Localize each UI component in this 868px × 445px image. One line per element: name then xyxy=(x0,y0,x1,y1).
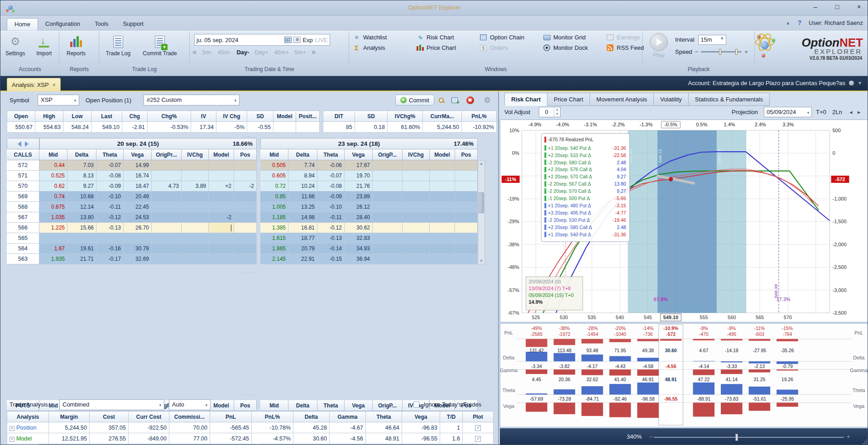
col-header[interactable]: Vega xyxy=(402,412,440,422)
cell-theta[interactable]: -0.07 xyxy=(96,160,124,171)
expand-icon[interactable]: + xyxy=(10,426,14,431)
cell-ivchg[interactable] xyxy=(403,244,430,254)
window-item-monitor-grid[interactable]: Monitor Grid xyxy=(543,34,596,41)
cell-origpr[interactable] xyxy=(152,254,182,264)
cell-delta[interactable]: 13.80 xyxy=(67,212,96,223)
col-header[interactable]: T/D xyxy=(440,412,463,422)
cell[interactable]: 45.28 xyxy=(293,422,330,433)
projection-lines-label[interactable]: 2Ln xyxy=(832,109,842,115)
tab-statistics-fundamentals[interactable]: Statistics & Fundamentals xyxy=(689,93,770,106)
cell-origpr[interactable] xyxy=(373,212,403,223)
cell-vega[interactable]: 26.12 xyxy=(345,202,373,212)
cell-vega[interactable]: 21.76 xyxy=(345,181,373,191)
cell-mid[interactable]: 0.505 xyxy=(260,160,288,171)
cell[interactable]: 5,244.50 xyxy=(423,122,462,133)
cell-ivchg[interactable] xyxy=(403,223,430,233)
cell-mid[interactable]: 0.72 xyxy=(260,181,288,191)
cell-model[interactable] xyxy=(209,160,234,171)
cell-theta[interactable]: -0.15 xyxy=(317,254,345,264)
col-header[interactable]: Pos xyxy=(234,149,257,160)
col-header[interactable]: Cost xyxy=(90,412,129,422)
chain-row-570[interactable]: 5700.629.27-0.0918.474.733.89+2-20.7210.… xyxy=(7,181,504,191)
import-button[interactable]: ↓ Import xyxy=(32,33,57,63)
cell-mid[interactable]: 1.865 xyxy=(260,244,288,254)
cell-pos[interactable] xyxy=(234,202,257,212)
trading-date-value[interactable]: ju. 05 sep. 2024 xyxy=(197,37,284,43)
cell-mid[interactable]: 2.145 xyxy=(260,254,288,264)
cell[interactable]: -10.92% xyxy=(462,122,497,133)
cell-mid[interactable]: 0.525 xyxy=(39,171,67,181)
cell-ivchg[interactable] xyxy=(182,202,209,212)
cell[interactable]: 77.00 xyxy=(169,433,210,444)
tab-risk-chart[interactable]: Risk Chart xyxy=(504,93,547,106)
cell-vega[interactable]: 20.49 xyxy=(124,191,152,202)
step-fwd-fast-icon[interactable]: » xyxy=(312,48,316,57)
cell[interactable]: 12,521.95 xyxy=(49,433,90,444)
cell-pos[interactable] xyxy=(455,191,478,202)
cell-vega[interactable]: 32.69 xyxy=(124,254,152,264)
cell-vega[interactable]: 34.93 xyxy=(345,244,373,254)
cell-vega[interactable] xyxy=(124,233,152,244)
col-header[interactable]: Chg% xyxy=(148,111,191,122)
speed-slider[interactable] xyxy=(701,51,742,53)
analysis-row-model[interactable]: +Model12,521.95276.55-849.0077.00-572.45… xyxy=(7,433,494,444)
cell-pos[interactable]: -2 xyxy=(234,181,257,191)
cell-vega[interactable]: 14.99 xyxy=(124,160,152,171)
cell-origpr[interactable]: 4.73 xyxy=(152,181,182,191)
exp-label[interactable]: Exp xyxy=(302,37,312,43)
cell-mid[interactable]: 1.385 xyxy=(260,223,288,233)
cell-theta[interactable]: -0.10 xyxy=(96,191,124,202)
analysis-auto-select[interactable]: Auto▼ xyxy=(169,399,211,410)
projection-next-icon[interactable]: ▸ xyxy=(858,109,861,115)
tab-volatility[interactable]: Volatility xyxy=(654,93,689,106)
cell[interactable]: 0.18 xyxy=(355,122,388,133)
cell-mid[interactable]: 0.875 xyxy=(39,202,67,212)
cell-pos[interactable] xyxy=(234,212,257,223)
plot-cell[interactable] xyxy=(463,422,494,433)
zoom-slider-handle[interactable] xyxy=(735,434,738,441)
cell-vega[interactable]: 18.47 xyxy=(124,181,152,191)
cell-origpr[interactable] xyxy=(373,233,403,244)
step-back-fast-icon[interactable]: « xyxy=(192,48,197,57)
col-header[interactable]: SD xyxy=(355,111,388,122)
cell-vega[interactable]: 30.62 xyxy=(345,223,373,233)
cell[interactable]: 70.00 xyxy=(169,422,210,433)
time-step-45mminus[interactable]: 45m- xyxy=(218,49,231,56)
expand-icon[interactable]: + xyxy=(10,437,14,442)
cell-mid[interactable]: 0.605 xyxy=(260,171,288,181)
cell-theta[interactable]: -0.07 xyxy=(317,171,345,181)
cell[interactable]: -4.56 xyxy=(330,433,366,444)
cell-origpr[interactable] xyxy=(373,202,403,212)
cell-delta[interactable]: 15.66 xyxy=(67,223,96,233)
cell-delta[interactable]: 8.94 xyxy=(288,171,317,181)
cell-vega[interactable]: 23.89 xyxy=(345,191,373,202)
cell-theta[interactable]: -0.09 xyxy=(96,181,124,191)
scrollbar-thumb[interactable] xyxy=(479,192,484,213)
col-header[interactable]: PnL xyxy=(210,412,252,422)
prev-expiry-icon[interactable] xyxy=(18,141,21,147)
cell-vega[interactable]: 32.83 xyxy=(345,233,373,244)
cell-model[interactable]: -2 xyxy=(209,212,234,223)
cell-delta[interactable]: 10.24 xyxy=(288,181,317,191)
cell-pos[interactable] xyxy=(455,244,478,254)
chain-row-564[interactable]: 5641.6719.61-0.1630.791.86520.79-0.1434.… xyxy=(7,244,504,254)
cell-delta[interactable]: 13.25 xyxy=(288,202,317,212)
live-label[interactable]: LIVE xyxy=(315,37,328,43)
tab-close-icon[interactable]: × xyxy=(53,82,56,88)
cell[interactable] xyxy=(296,122,320,133)
help-icon[interactable]: ? xyxy=(797,19,801,26)
resize-grip[interactable] xyxy=(862,439,868,445)
cell[interactable]: -2.91 xyxy=(122,122,148,133)
account-dropdown-icon[interactable]: ▼ xyxy=(858,81,862,86)
col-header[interactable]: Mid xyxy=(260,149,288,160)
col-header[interactable]: IV Chg xyxy=(216,111,247,122)
cell-delta[interactable]: 7.74 xyxy=(288,160,317,171)
cell-theta[interactable]: -0.12 xyxy=(317,223,345,233)
cell-theta[interactable]: -0.10 xyxy=(317,202,345,212)
menu-tab-home[interactable]: Home xyxy=(7,18,38,30)
col-header[interactable]: Chg xyxy=(122,111,148,122)
projection-date-select[interactable]: 05/09/2024▼ xyxy=(764,107,812,117)
cell-pos[interactable] xyxy=(455,171,478,181)
interval-select[interactable]: 15m▼ xyxy=(698,35,726,45)
next-expiry-icon[interactable] xyxy=(25,141,29,147)
